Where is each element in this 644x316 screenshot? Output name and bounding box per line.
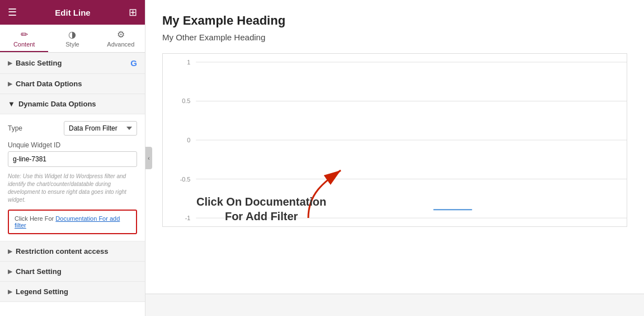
advanced-tab-label: Advanced [107,41,134,48]
content-tab-icon: ✏ [21,29,28,40]
chart-container: 1 0.5 0 -0.5 -1 [162,53,627,227]
page-area: My Example Heading My Other Example Head… [145,0,644,294]
tab-advanced[interactable]: ⚙ Advanced [97,25,145,52]
type-select[interactable]: Data From Filter Static Data Dynamic Dat… [64,121,137,136]
sidebar-header: ☰ Edit Line ⊞ [0,0,145,25]
sidebar: ☰ Edit Line ⊞ ✏ Content ◑ Style ⚙ Advanc… [0,0,145,316]
bottom-bar [145,294,644,316]
dynamic-data-content: Type Data From Filter Static Data Dynami… [0,114,145,241]
advanced-tab-icon: ⚙ [117,29,125,40]
section-dynamic-data: ▼ Dynamic Data Options Type Data From Fi… [0,94,145,241]
type-row: Type Data From Filter Static Data Dynami… [8,121,137,136]
svg-text:0.5: 0.5 [182,97,190,104]
widget-id-label: Unquie Widget ID [8,141,137,149]
dynamic-data-header[interactable]: ▼ Dynamic Data Options [0,94,145,114]
section-legend-setting[interactable]: ▶ Legend Setting [0,282,145,302]
tab-style[interactable]: ◑ Style [48,25,96,52]
legend-label: Legend Setting [16,287,68,296]
sidebar-tabs: ✏ Content ◑ Style ⚙ Advanced [0,25,145,53]
tab-content[interactable]: ✏ Content [0,25,48,52]
svg-text:1: 1 [187,59,190,66]
dynamic-data-label: Dynamic Data Options [18,100,96,108]
svg-text:-1: -1 [185,215,191,221]
basic-setting-chevron: ▶ [8,60,12,66]
chart-data-chevron: ▶ [8,81,12,87]
sidebar-title: Edit Line [55,8,90,17]
style-tab-label: Style [65,41,79,48]
section-chart-data-options[interactable]: ▶ Chart Data Options [0,74,145,94]
page-heading-main: My Example Heading [162,13,627,28]
chart-setting-chevron: ▶ [8,268,12,275]
chart-svg: 1 0.5 0 -0.5 -1 [163,54,627,226]
type-label: Type [8,124,64,132]
style-tab-icon: ◑ [68,29,76,40]
svg-text:-0.5: -0.5 [180,175,191,182]
section-chart-setting[interactable]: ▶ Chart Setting [0,262,145,282]
restriction-label: Restriction content access [16,247,108,255]
google-icon: G [130,58,137,68]
restriction-chevron: ▶ [8,248,12,254]
legend-chevron: ▶ [8,289,12,295]
sidebar-content: ▶ Basic Setting G ▶ Chart Data Options ▼… [0,53,145,316]
chart-setting-label: Chart Setting [16,267,62,276]
doc-link-box: Click Here For Documentation For add fil… [8,210,137,234]
main-content: My Example Heading My Other Example Head… [145,0,644,316]
sidebar-collapse-handle[interactable]: ‹ [145,147,152,169]
basic-setting-label: Basic Setting [16,59,62,67]
grid-icon[interactable]: ⊞ [129,6,137,18]
widget-id-col: Unquie Widget ID [8,141,137,167]
widget-note: Note: Use this Widget Id to Wordpress fi… [8,173,137,204]
chart-data-label: Chart Data Options [16,80,82,88]
section-restriction[interactable]: ▶ Restriction content access [0,241,145,262]
dynamic-data-chevron: ▼ [8,100,15,108]
section-basic-setting[interactable]: ▶ Basic Setting G [0,53,145,74]
hamburger-icon[interactable]: ☰ [8,6,17,18]
svg-text:0: 0 [187,137,190,143]
content-tab-label: Content [13,41,35,48]
doc-link-prefix: Click Here For [15,215,55,222]
widget-id-input[interactable] [8,151,137,167]
page-heading-sub: My Other Example Heading [162,32,627,42]
